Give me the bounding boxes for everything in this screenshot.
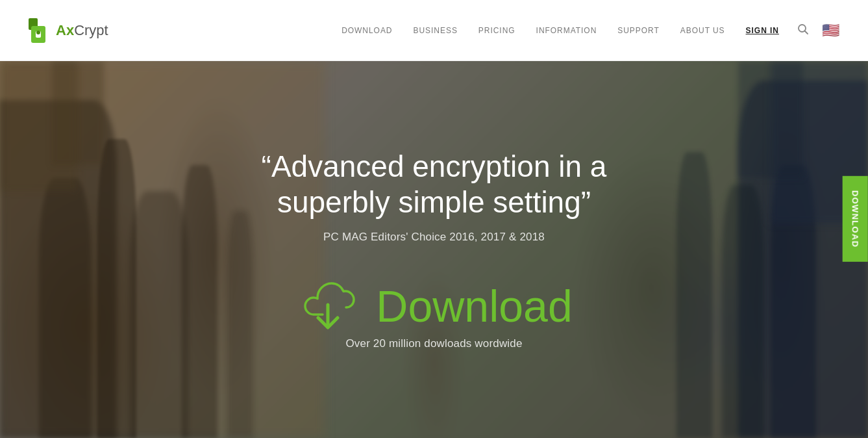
nav-support[interactable]: SUPPORT — [610, 21, 667, 40]
download-label: Download — [376, 284, 572, 328]
header: AxCrypt DOWNLOAD BUSINESS PRICING INFORM… — [0, 0, 868, 61]
cloud-download-icon — [295, 280, 360, 332]
main-nav: DOWNLOAD BUSINESS PRICING INFORMATION SU… — [334, 18, 842, 43]
hero-content: “Advanced encryption in a superbly simpl… — [0, 149, 868, 350]
hero-quote: “Advanced encryption in a superbly simpl… — [207, 149, 662, 220]
language-flag-icon[interactable]: 🇺🇸 — [819, 19, 842, 42]
hero-subtitle: PC MAG Editors' Choice 2016, 2017 & 2018 — [323, 231, 545, 244]
nav-pricing[interactable]: PRICING — [471, 21, 523, 40]
hero-section: “Advanced encryption in a superbly simpl… — [0, 61, 868, 438]
nav-sign-in[interactable]: SIGN IN — [738, 21, 787, 40]
search-icon[interactable] — [792, 18, 814, 43]
nav-about-us[interactable]: ABOUT US — [673, 21, 733, 40]
logo[interactable]: AxCrypt — [26, 17, 108, 44]
svg-point-3 — [36, 31, 40, 34]
logo-icon — [26, 17, 51, 44]
nav-download[interactable]: DOWNLOAD — [334, 21, 400, 40]
nav-business[interactable]: BUSINESS — [405, 21, 465, 40]
nav-information[interactable]: INFORMATION — [528, 21, 605, 40]
side-download-tab[interactable]: Download — [842, 176, 867, 262]
download-sub: Over 20 million dowloads wordwide — [345, 337, 522, 350]
download-section[interactable]: Download Over 20 million dowloads wordwi… — [295, 280, 572, 350]
svg-line-5 — [805, 31, 808, 34]
download-row: Download — [295, 280, 572, 332]
logo-text: AxCrypt — [56, 22, 108, 39]
